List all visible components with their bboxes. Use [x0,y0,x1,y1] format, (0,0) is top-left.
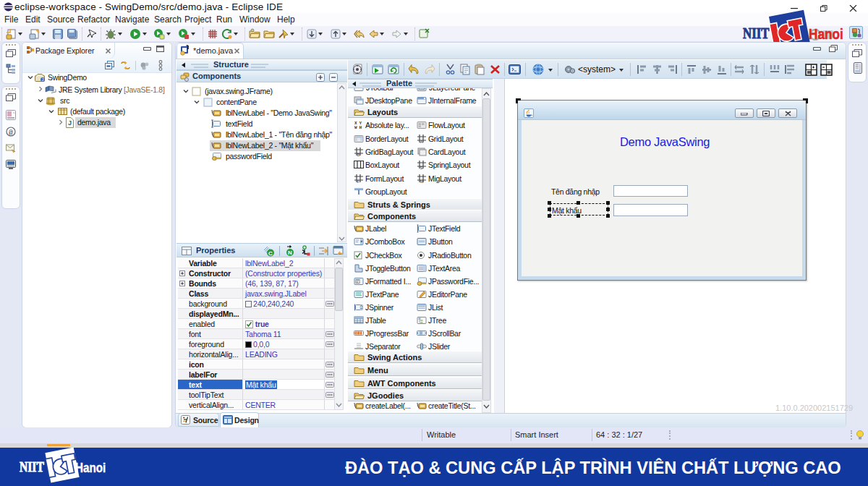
svg-text:W H: W H [354,125,362,129]
svg-text:J: J [42,77,44,82]
svg-text:M: M [420,179,424,183]
svg-text:A: A [420,140,423,143]
svg-text:B: B [357,153,360,156]
svg-text:@: @ [9,129,13,137]
svg-text:C: C [268,250,273,257]
svg-text:N: N [288,250,292,256]
svg-text:J: J [68,119,72,127]
svg-text:S: S [420,166,423,169]
